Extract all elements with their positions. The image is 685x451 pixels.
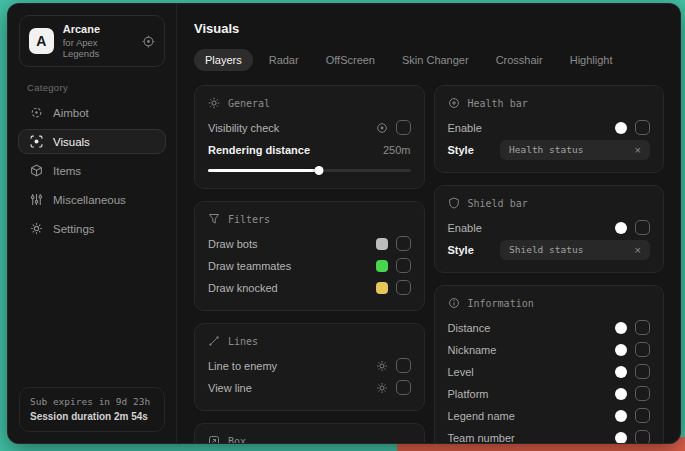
info-platform-checkbox[interactable] (635, 386, 650, 401)
slider-thumb[interactable] (315, 166, 324, 175)
row-label: Draw knocked (208, 282, 278, 294)
card-title: General (228, 98, 270, 109)
gear-icon[interactable] (376, 360, 388, 372)
clear-icon[interactable]: × (635, 244, 641, 256)
left-column: General Visibility check (194, 85, 425, 443)
rendering-distance-row: Rendering distance 250m (208, 139, 411, 160)
brand-text: Arcane for Apex Legends (63, 23, 133, 59)
sub-expiry-text: Sub expires in 9d 23h (30, 396, 154, 407)
info-nickname-row: Nickname (448, 339, 651, 360)
row-label: Legend name (448, 410, 515, 422)
sidebar-item-aimbot[interactable]: Aimbot (18, 100, 166, 125)
session-duration-text: Session duration 2m 54s (30, 411, 154, 422)
tab-crosshair[interactable]: Crosshair (485, 49, 554, 71)
info-team-number-checkbox[interactable] (635, 430, 650, 443)
line-to-enemy-checkbox[interactable] (396, 358, 411, 373)
app-logo: A (29, 28, 54, 54)
draw-bots-checkbox[interactable] (396, 236, 411, 251)
gear-icon (29, 222, 43, 235)
row-controls (615, 408, 650, 423)
sidebar: A Arcane for Apex Legends Category Aimbo… (8, 4, 177, 443)
filters-card-header: Filters (208, 213, 411, 225)
rendering-distance-slider[interactable] (208, 165, 411, 176)
subscription-card: Sub expires in 9d 23h Session duration 2… (19, 387, 165, 432)
draw-knocked-row: Draw knocked (208, 277, 411, 298)
row-controls (376, 380, 411, 395)
row-label: Level (448, 366, 474, 378)
sidebar-item-label: Settings (53, 223, 95, 235)
row-controls (615, 220, 650, 235)
view-line-checkbox[interactable] (396, 380, 411, 395)
clear-icon[interactable]: × (635, 144, 641, 156)
draw-teammates-row: Draw teammates (208, 255, 411, 276)
tab-players[interactable]: Players (194, 49, 253, 71)
sun-icon (208, 97, 220, 109)
visibility-check-checkbox[interactable] (396, 120, 411, 135)
row-controls (376, 120, 411, 135)
card-columns: General Visibility check (194, 85, 664, 443)
row-label: Style (448, 144, 474, 156)
color-swatch[interactable] (615, 366, 627, 378)
info-icon (448, 297, 460, 309)
tab-offscreen[interactable]: OffScreen (315, 49, 386, 71)
color-swatch[interactable] (615, 388, 627, 400)
row-controls (376, 258, 411, 273)
shield-style-select[interactable]: Shield status × (500, 240, 650, 260)
tab-highlight[interactable]: Highlight (559, 49, 624, 71)
row-controls (376, 280, 411, 295)
page-title: Visuals (194, 21, 664, 36)
gear-icon[interactable] (376, 382, 388, 394)
sidebar-item-items[interactable]: Items (18, 158, 166, 183)
info-distance-checkbox[interactable] (635, 320, 650, 335)
color-swatch[interactable] (376, 238, 388, 250)
shield-bar-card: Shield bar Enable Style Shield status (434, 185, 665, 273)
row-controls (615, 320, 650, 335)
main-content: Visuals Players Radar OffScreen Skin Cha… (177, 4, 680, 443)
eye-icon[interactable] (376, 122, 388, 134)
row-label: Nickname (448, 344, 497, 356)
row-controls (376, 358, 411, 373)
shield-bar-card-header: Shield bar (448, 197, 651, 209)
scan-eye-icon (29, 135, 43, 148)
info-level-checkbox[interactable] (635, 364, 650, 379)
tab-radar[interactable]: Radar (258, 49, 310, 71)
color-swatch[interactable] (615, 344, 627, 356)
sidebar-item-miscellaneous[interactable]: Miscellaneous (18, 187, 166, 212)
row-label: Style (448, 244, 474, 256)
slider-fill (208, 169, 319, 172)
sidebar-item-visuals[interactable]: Visuals (18, 129, 166, 154)
app-name: Arcane (63, 23, 133, 35)
row-label: Rendering distance (208, 144, 310, 156)
tab-skin-changer[interactable]: Skin Changer (391, 49, 480, 71)
color-swatch[interactable] (376, 282, 388, 294)
draw-knocked-checkbox[interactable] (396, 280, 411, 295)
health-enable-row: Enable (448, 117, 651, 138)
color-swatch[interactable] (615, 432, 627, 444)
card-title: Lines (228, 336, 258, 347)
sidebar-item-settings[interactable]: Settings (18, 216, 166, 241)
color-swatch[interactable] (615, 222, 627, 234)
box-card: Box Enable Enable background (194, 423, 425, 443)
color-swatch[interactable] (615, 410, 627, 422)
info-nickname-checkbox[interactable] (635, 342, 650, 357)
general-card: General Visibility check (194, 85, 425, 189)
info-legend-name-checkbox[interactable] (635, 408, 650, 423)
funnel-icon (208, 213, 220, 225)
info-platform-row: Platform (448, 383, 651, 404)
select-value: Shield status (509, 244, 583, 255)
target-icon[interactable] (142, 35, 155, 48)
shield-enable-checkbox[interactable] (635, 220, 650, 235)
health-bar-card: Health bar Enable Style Health status (434, 85, 665, 173)
color-swatch[interactable] (376, 260, 388, 272)
row-label: Line to enemy (208, 360, 277, 372)
sidebar-spacer (8, 243, 176, 377)
health-enable-checkbox[interactable] (635, 120, 650, 135)
sidebar-item-label: Visuals (53, 136, 90, 148)
draw-teammates-checkbox[interactable] (396, 258, 411, 273)
row-label: Team number (448, 432, 515, 444)
app-subtitle: for Apex Legends (63, 37, 133, 59)
color-swatch[interactable] (615, 122, 627, 134)
color-swatch[interactable] (615, 322, 627, 334)
health-style-select[interactable]: Health status × (500, 140, 650, 160)
view-line-row: View line (208, 377, 411, 398)
